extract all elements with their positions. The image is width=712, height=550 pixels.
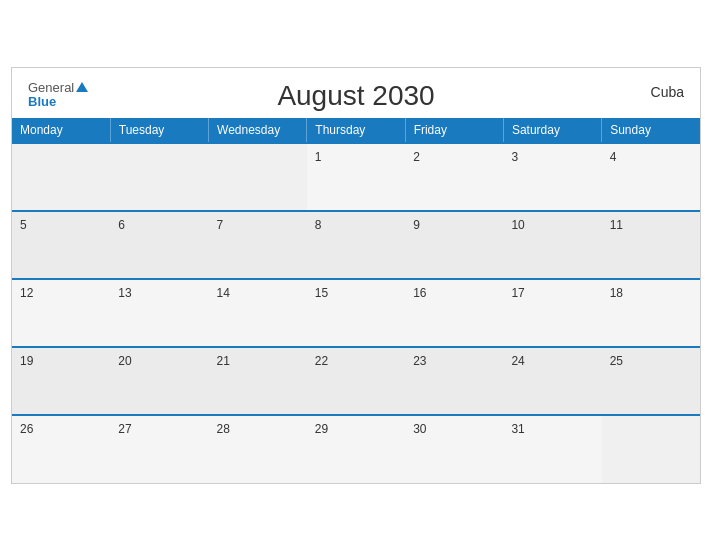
calendar-week-row: 12131415161718: [12, 279, 700, 347]
calendar-day-cell: 1: [307, 143, 405, 211]
logo-blue-label: Blue: [28, 95, 88, 109]
day-number: 22: [315, 354, 328, 368]
logo: General Blue: [28, 78, 88, 110]
col-saturday: Saturday: [503, 118, 601, 143]
day-number: 21: [217, 354, 230, 368]
day-number: 19: [20, 354, 33, 368]
calendar-day-cell: 10: [503, 211, 601, 279]
day-number: 31: [511, 422, 524, 436]
calendar-day-cell: 21: [209, 347, 307, 415]
col-wednesday: Wednesday: [209, 118, 307, 143]
calendar-day-cell: 7: [209, 211, 307, 279]
day-number: 30: [413, 422, 426, 436]
col-friday: Friday: [405, 118, 503, 143]
col-thursday: Thursday: [307, 118, 405, 143]
calendar-body: 1234567891011121314151617181920212223242…: [12, 143, 700, 483]
calendar-week-row: 262728293031: [12, 415, 700, 483]
calendar-week-row: 567891011: [12, 211, 700, 279]
calendar-day-cell: 18: [602, 279, 700, 347]
country-label: Cuba: [651, 84, 684, 100]
day-number: 11: [610, 218, 623, 232]
day-number: 2: [413, 150, 420, 164]
day-number: 12: [20, 286, 33, 300]
calendar-day-cell: 5: [12, 211, 110, 279]
calendar-day-cell: 20: [110, 347, 208, 415]
day-number: 1: [315, 150, 322, 164]
day-number: 10: [511, 218, 524, 232]
calendar-day-cell: [12, 143, 110, 211]
col-tuesday: Tuesday: [110, 118, 208, 143]
calendar-day-cell: 2: [405, 143, 503, 211]
day-number: 29: [315, 422, 328, 436]
calendar-week-row: 19202122232425: [12, 347, 700, 415]
calendar-day-cell: 4: [602, 143, 700, 211]
col-monday: Monday: [12, 118, 110, 143]
calendar-day-cell: 11: [602, 211, 700, 279]
day-number: 28: [217, 422, 230, 436]
calendar-day-cell: 31: [503, 415, 601, 483]
day-number: 24: [511, 354, 524, 368]
day-number: 5: [20, 218, 27, 232]
calendar-day-cell: 27: [110, 415, 208, 483]
day-number: 17: [511, 286, 524, 300]
weekday-header-row: Monday Tuesday Wednesday Thursday Friday…: [12, 118, 700, 143]
calendar-day-cell: 6: [110, 211, 208, 279]
calendar-day-cell: 16: [405, 279, 503, 347]
calendar-day-cell: 9: [405, 211, 503, 279]
day-number: 23: [413, 354, 426, 368]
day-number: 7: [217, 218, 224, 232]
day-number: 25: [610, 354, 623, 368]
logo-general-text: General: [28, 78, 88, 96]
calendar-day-cell: 26: [12, 415, 110, 483]
day-number: 15: [315, 286, 328, 300]
logo-triangle-icon: [76, 82, 88, 92]
logo-general-label: General: [28, 80, 74, 95]
calendar-day-cell: 29: [307, 415, 405, 483]
calendar-header: General Blue August 2030 Cuba: [12, 68, 700, 118]
calendar-day-cell: 22: [307, 347, 405, 415]
day-number: 14: [217, 286, 230, 300]
calendar-day-cell: 17: [503, 279, 601, 347]
col-sunday: Sunday: [602, 118, 700, 143]
calendar-day-cell: 19: [12, 347, 110, 415]
calendar-day-cell: 3: [503, 143, 601, 211]
day-number: 3: [511, 150, 518, 164]
calendar-day-cell: 23: [405, 347, 503, 415]
calendar-day-cell: 30: [405, 415, 503, 483]
calendar-day-cell: 24: [503, 347, 601, 415]
day-number: 4: [610, 150, 617, 164]
calendar-day-cell: 12: [12, 279, 110, 347]
day-number: 9: [413, 218, 420, 232]
day-number: 26: [20, 422, 33, 436]
day-number: 20: [118, 354, 131, 368]
calendar-grid: Monday Tuesday Wednesday Thursday Friday…: [12, 118, 700, 483]
calendar-day-cell: [110, 143, 208, 211]
day-number: 6: [118, 218, 125, 232]
calendar-day-cell: 14: [209, 279, 307, 347]
day-number: 16: [413, 286, 426, 300]
calendar-title: August 2030: [277, 80, 434, 112]
day-number: 27: [118, 422, 131, 436]
calendar-week-row: 1234: [12, 143, 700, 211]
calendar-day-cell: 28: [209, 415, 307, 483]
calendar-day-cell: 25: [602, 347, 700, 415]
day-number: 18: [610, 286, 623, 300]
calendar-day-cell: 15: [307, 279, 405, 347]
day-number: 8: [315, 218, 322, 232]
day-number: 13: [118, 286, 131, 300]
calendar-day-cell: 8: [307, 211, 405, 279]
calendar-container: General Blue August 2030 Cuba Monday Tue…: [11, 67, 701, 484]
calendar-day-cell: 13: [110, 279, 208, 347]
calendar-day-cell: [209, 143, 307, 211]
calendar-day-cell: [602, 415, 700, 483]
